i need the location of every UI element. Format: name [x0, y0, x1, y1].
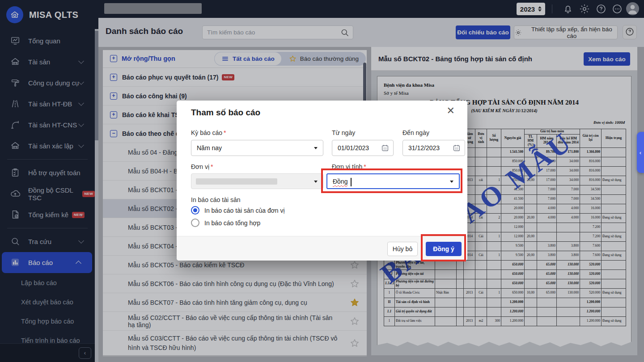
to-date-label: Đến ngày [402, 129, 429, 136]
ok-button[interactable]: Đồng ý [426, 242, 462, 256]
cancel-button[interactable]: Hủy bỏ [387, 242, 418, 256]
chevron-left-icon: ‹ [640, 149, 641, 156]
panel-collapse-tab[interactable]: ‹ [637, 132, 644, 173]
from-date-input[interactable]: 01/01/2023 [332, 140, 394, 156]
period-label: Kỳ báo cáo* [191, 129, 226, 136]
report-params-modal: Tham số báo cáo ✕ Kỳ báo cáo* Từ ngày Đế… [177, 101, 467, 261]
chevron-down-icon [450, 181, 453, 183]
radio-print-summary-report[interactable]: In báo cáo tổng hợp [191, 219, 260, 227]
print-group-label: In báo cáo tài sản [191, 196, 241, 203]
calendar-icon[interactable] [381, 144, 389, 152]
radio-selected-icon [191, 206, 199, 215]
app-root: MISA QLTS Tổng quanTài sảnCông cụ dụng c… [0, 0, 644, 362]
text-cursor [351, 178, 352, 186]
to-date-input[interactable]: 31/12/2023 [402, 140, 465, 156]
chevron-down-icon [314, 181, 318, 183]
modal-title: Tham số báo cáo [191, 108, 260, 118]
uom-label: Đơn vị tính* [332, 163, 366, 170]
close-icon[interactable]: ✕ [447, 106, 455, 116]
uom-combobox[interactable]: Đồng [326, 173, 460, 189]
radio-unselected-icon [191, 219, 199, 227]
unit-select-disabled[interactable] [191, 173, 323, 189]
period-select[interactable]: Năm nay [191, 140, 323, 156]
modal-footer: Hủy bỏ Đồng ý [177, 236, 467, 261]
unit-label: Đơn vị* [191, 163, 213, 170]
calendar-icon[interactable] [453, 144, 461, 152]
chevron-down-icon [314, 147, 318, 149]
radio-print-unit-report[interactable]: In báo cáo tài sản của đơn vị [191, 206, 285, 215]
from-date-label: Từ ngày [332, 129, 355, 136]
unit-value-redacted [196, 178, 277, 185]
